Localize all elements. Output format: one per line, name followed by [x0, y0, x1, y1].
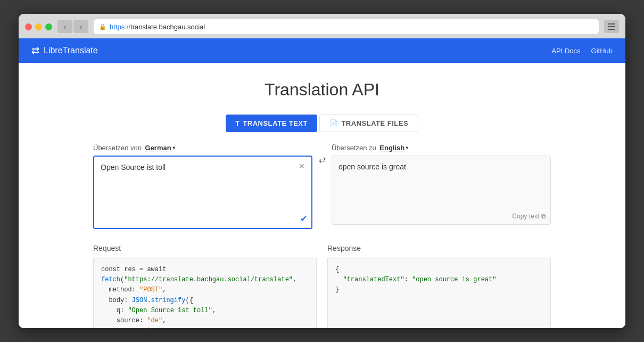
request-code-box: const res = await fetch("https://transla… — [93, 257, 317, 328]
target-output-box: open source is great Copy text ⧉ — [332, 156, 551, 225]
source-lang-select[interactable]: German — [144, 144, 172, 152]
navbar-links: API Docs GitHub — [551, 47, 613, 55]
github-link[interactable]: GitHub — [591, 47, 613, 55]
source-panel: Übersetzen von German ▾ Open Source ist … — [93, 143, 312, 229]
translate-files-tab[interactable]: 📄 TRANSLATE FILES — [319, 115, 418, 132]
target-text: open source is great — [338, 162, 406, 171]
source-lang-row: Übersetzen von German ▾ — [93, 143, 312, 152]
target-lang-select[interactable]: English — [378, 144, 406, 152]
brand: ⇄ LibreTranslate — [31, 45, 98, 56]
page-content: ⇄ LibreTranslate API Docs GitHub Transla… — [19, 38, 625, 328]
minimize-button[interactable] — [35, 23, 42, 30]
maximize-button[interactable] — [45, 23, 52, 30]
source-lang-arrow-icon[interactable]: ▾ — [172, 144, 176, 151]
main-content: Translation API T TRANSLATE TEXT 📄 TRANS… — [82, 63, 562, 328]
response-title: Response — [327, 244, 551, 253]
copy-text-button[interactable]: Copy text ⧉ — [512, 213, 546, 220]
back-button[interactable]: ‹ — [57, 20, 72, 33]
source-textarea[interactable]: Open Source ist toll — [94, 157, 311, 226]
traffic-lights — [25, 23, 52, 30]
forward-button[interactable]: › — [73, 20, 88, 33]
check-icon: ✔ — [300, 214, 307, 224]
request-title: Request — [93, 244, 317, 253]
translation-area: Übersetzen von German ▾ Open Source ist … — [93, 143, 551, 229]
target-lang-label: Übersetzen zu — [332, 144, 376, 152]
page-title: Translation API — [93, 80, 551, 100]
target-panel: Übersetzen zu English ▾ open source is g… — [332, 143, 551, 225]
translate-files-label: TRANSLATE FILES — [341, 119, 408, 127]
translate-text-tab[interactable]: T TRANSLATE TEXT — [226, 115, 317, 132]
source-textarea-wrapper: Open Source ist toll ✕ ✔ — [93, 156, 312, 229]
tab-buttons: T TRANSLATE TEXT 📄 TRANSLATE FILES — [93, 115, 551, 132]
code-section: Request const res = await fetch("https:/… — [93, 244, 551, 328]
clear-source-button[interactable]: ✕ — [296, 161, 307, 172]
browser-menu-button[interactable] — [604, 20, 619, 33]
lock-icon: 🔒 — [99, 23, 106, 30]
copy-text-label: Copy text — [512, 213, 539, 220]
brand-icon: ⇄ — [31, 45, 39, 56]
target-lang-arrow-icon[interactable]: ▾ — [406, 144, 409, 151]
response-panel: Response { "translatedText": "open sourc… — [327, 244, 551, 328]
browser-window: ‹ › 🔒 https://translate.bachgau.social ⇄… — [19, 14, 625, 328]
nav-buttons: ‹ › — [57, 20, 88, 33]
url-text: https://translate.bachgau.social — [110, 23, 205, 31]
target-lang-row: Übersetzen zu English ▾ — [332, 143, 551, 152]
address-bar[interactable]: 🔒 https://translate.bachgau.social — [94, 19, 599, 34]
close-button[interactable] — [25, 23, 32, 30]
swap-languages-button[interactable]: ⇄ — [312, 154, 332, 165]
request-panel: Request const res = await fetch("https:/… — [93, 244, 317, 328]
navbar: ⇄ LibreTranslate API Docs GitHub — [19, 38, 625, 63]
translate-text-label: TRANSLATE TEXT — [243, 119, 308, 127]
api-docs-link[interactable]: API Docs — [551, 47, 580, 55]
copy-icon: ⧉ — [541, 213, 546, 220]
source-lang-label: Übersetzen von — [93, 144, 142, 152]
brand-name: LibreTranslate — [44, 46, 98, 55]
response-code-box: { "translatedText": "open source is grea… — [327, 257, 551, 328]
browser-chrome: ‹ › 🔒 https://translate.bachgau.social — [19, 14, 625, 38]
translate-files-icon: 📄 — [329, 119, 338, 127]
translate-text-icon: T — [235, 119, 240, 127]
menu-lines-icon — [608, 23, 615, 30]
